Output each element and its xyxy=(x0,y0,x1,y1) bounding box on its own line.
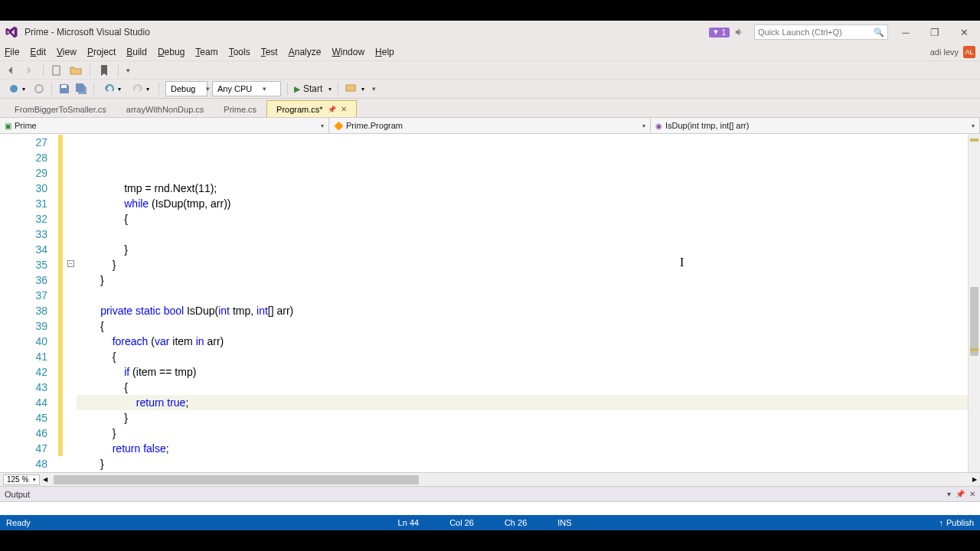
method-icon: ◉ xyxy=(655,122,662,130)
close-tab-icon[interactable]: ✕ xyxy=(341,105,347,113)
new-file-icon[interactable] xyxy=(51,64,64,77)
pin-icon[interactable]: 📌 xyxy=(328,106,336,113)
close-panel-icon[interactable]: ✕ xyxy=(969,490,975,498)
toolbar-overflow-icon[interactable]: ▾ xyxy=(372,85,376,93)
csharp-project-icon: ▣ xyxy=(5,122,11,130)
open-icon[interactable] xyxy=(33,83,45,95)
user-account[interactable]: adi levy AL xyxy=(930,46,975,58)
editor-footer: 125 % ◀ ▶ xyxy=(0,472,980,486)
menu-team[interactable]: Team xyxy=(195,47,217,57)
redo-button[interactable]: ▾ xyxy=(129,82,152,96)
menu-analyze[interactable]: Analyze xyxy=(289,47,322,57)
zoom-dropdown[interactable]: 125 % xyxy=(3,474,40,485)
svg-point-1 xyxy=(10,85,18,93)
status-col: Col 26 xyxy=(449,518,474,527)
status-ins: INS xyxy=(557,518,571,527)
menu-help[interactable]: Help xyxy=(375,47,394,57)
publish-icon: ↑ xyxy=(939,518,943,527)
menu-window[interactable]: Window xyxy=(332,47,364,57)
publish-button[interactable]: ↑Publish xyxy=(939,518,974,527)
scroll-left-icon[interactable]: ◀ xyxy=(43,476,47,483)
save-all-icon[interactable] xyxy=(75,83,87,95)
document-tabs: FromBiggerToSmaller.csarrayWithNonDup.cs… xyxy=(0,99,980,117)
status-char: Ch 26 xyxy=(505,518,527,527)
bookmark-icon[interactable] xyxy=(98,64,110,77)
tab-program-cs-[interactable]: Program.cs*📌✕ xyxy=(266,100,357,117)
search-icon: 🔍 xyxy=(874,28,884,37)
outline-margin[interactable]: − xyxy=(66,134,77,472)
tab-arraywithnondup-cs[interactable]: arrayWithNonDup.cs xyxy=(116,100,214,117)
output-panel-header[interactable]: Output ▾ 📌 ✕ xyxy=(0,486,980,501)
save-icon[interactable] xyxy=(58,83,70,95)
undo-button[interactable]: ▾ xyxy=(100,82,124,96)
scroll-right-icon[interactable]: ▶ xyxy=(972,476,977,483)
overflow-icon[interactable]: ▾ xyxy=(126,67,130,74)
vs-logo-icon xyxy=(5,25,18,39)
menu-build[interactable]: Build xyxy=(126,47,147,57)
svg-rect-3 xyxy=(61,85,67,88)
new-project-button[interactable]: ▾ xyxy=(5,82,28,96)
start-debug-button[interactable]: ▶Start▾ xyxy=(294,83,332,94)
toolbar-build: ▾ ▾ ▾ Debug Any CPU ▶Start▾ ▾ ▾ xyxy=(0,79,980,99)
menu-debug[interactable]: Debug xyxy=(158,47,185,57)
browser-link-icon[interactable] xyxy=(345,83,357,95)
class-icon: 🔶 xyxy=(334,122,343,130)
output-panel-body xyxy=(0,501,980,515)
title-bar: Prime - Microsoft Visual Studio ▼1 🔍 ─ ❐… xyxy=(0,21,980,44)
horizontal-scrollbar[interactable] xyxy=(54,475,966,484)
status-bar: Ready Ln 44 Col 26 Ch 26 INS ↑Publish xyxy=(0,515,980,530)
notifications-badge[interactable]: ▼1 xyxy=(709,28,730,37)
vertical-scrollbar[interactable] xyxy=(968,134,980,472)
member-dropdown[interactable]: ◉IsDup(int tmp, int[] arr) xyxy=(651,118,980,133)
tab-prime-cs[interactable]: Prime.cs xyxy=(214,100,266,117)
menu-view[interactable]: View xyxy=(57,47,77,57)
platform-dropdown[interactable]: Any CPU xyxy=(212,81,281,96)
dropdown-icon[interactable]: ▾ xyxy=(947,490,951,498)
solution-config-dropdown[interactable]: Debug xyxy=(165,81,207,96)
menu-file[interactable]: File xyxy=(5,47,19,57)
visual-studio-window: Prime - Microsoft Visual Studio ▼1 🔍 ─ ❐… xyxy=(0,21,980,530)
code-editor[interactable]: 2728293031323334353637383940414243444546… xyxy=(0,134,980,472)
svg-point-2 xyxy=(35,85,43,93)
window-title: Prime - Microsoft Visual Studio xyxy=(24,27,150,37)
toolbar-standard: ▾ xyxy=(0,60,980,79)
menu-project[interactable]: Project xyxy=(87,47,116,57)
back-icon[interactable] xyxy=(5,64,17,77)
status-ready: Ready xyxy=(6,518,31,527)
class-dropdown[interactable]: 🔶Prime.Program xyxy=(329,118,651,133)
user-avatar: AL xyxy=(963,46,975,58)
close-button[interactable]: ✕ xyxy=(952,24,975,40)
feedback-icon[interactable] xyxy=(734,27,745,37)
menu-edit[interactable]: Edit xyxy=(30,47,46,57)
line-numbers: 2728293031323334353637383940414243444546… xyxy=(0,134,58,472)
menu-bar: FileEditViewProjectBuildDebugTeamToolsTe… xyxy=(0,44,980,60)
svg-rect-0 xyxy=(53,66,60,75)
project-dropdown[interactable]: ▣Prime xyxy=(0,118,329,133)
menu-tools[interactable]: Tools xyxy=(229,47,250,57)
navigation-bar: ▣Prime 🔶Prime.Program ◉IsDup(int tmp, in… xyxy=(0,117,980,134)
svg-rect-4 xyxy=(346,85,355,91)
change-indicator xyxy=(58,134,63,472)
forward-icon[interactable] xyxy=(23,64,35,77)
code-area[interactable]: tmp = rnd.Next(11); while (IsDup(tmp, ar… xyxy=(77,134,968,472)
minimize-button[interactable]: ─ xyxy=(894,24,917,40)
quick-launch[interactable]: 🔍 xyxy=(754,24,888,40)
open-file-icon[interactable] xyxy=(70,64,82,77)
status-line: Ln 44 xyxy=(398,518,420,527)
tab-frombiggertosmaller-cs[interactable]: FromBiggerToSmaller.cs xyxy=(5,100,116,117)
scrollbar-thumb[interactable] xyxy=(970,287,978,356)
menu-test[interactable]: Test xyxy=(261,47,278,57)
pin-icon[interactable]: 📌 xyxy=(956,490,965,498)
fold-toggle[interactable]: − xyxy=(67,260,74,267)
quick-launch-input[interactable] xyxy=(758,28,874,37)
restore-button[interactable]: ❐ xyxy=(923,24,946,40)
